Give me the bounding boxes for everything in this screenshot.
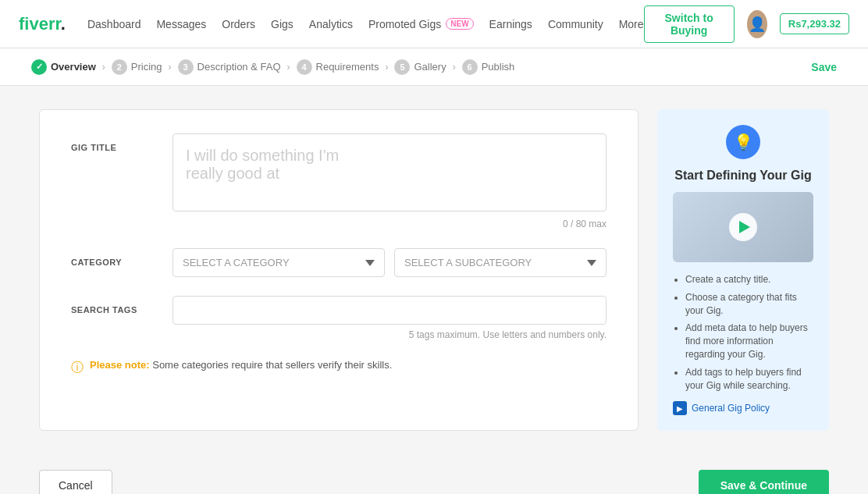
search-tags-row: SEARCH TAGS 5 tags maximum. Use letters … [71, 296, 607, 340]
notice-bold: Please note: [90, 359, 150, 371]
step-description[interactable]: 3 Description & FAQ [178, 59, 281, 75]
lightbulb-icon: 💡 [726, 125, 760, 159]
step-gallery[interactable]: 5 Gallery [394, 59, 446, 75]
notice-icon: ⓘ [71, 360, 84, 376]
video-thumbnail[interactable] [673, 192, 813, 262]
gig-policy-link[interactable]: ▶ General Gig Policy [673, 401, 813, 415]
form-actions: Cancel Save & Continue [0, 454, 868, 494]
nav-more[interactable]: More [619, 18, 644, 30]
gig-title-row: GIG TITLE 0 / 80 max [71, 133, 607, 229]
nav-orders[interactable]: Orders [222, 18, 255, 30]
step-num-requirements: 4 [297, 59, 312, 75]
site-header: fiverr. Dashboard Messages Orders Gigs A… [0, 0, 868, 48]
sidebar-card: 💡 Start Defining Your Gig Create a catch… [657, 109, 829, 431]
nav-promoted-gigs[interactable]: Promoted Gigs NEW [368, 18, 474, 30]
arrow-3: › [287, 62, 290, 73]
nav-community[interactable]: Community [548, 18, 603, 30]
step-publish[interactable]: 6 Publish [462, 59, 515, 75]
step-label-overview: Overview [51, 61, 96, 73]
bullet-1: Create a catchy title. [685, 273, 813, 286]
nav-messages[interactable]: Messages [156, 18, 206, 30]
sidebar-title: Start Defining Your Gig [673, 169, 813, 183]
step-label-description: Description & FAQ [197, 61, 281, 73]
category-field: SELECT A CATEGORY SELECT A SUBCATEGORY [173, 248, 607, 277]
category-selects: SELECT A CATEGORY SELECT A SUBCATEGORY [173, 248, 607, 277]
nav-gigs[interactable]: Gigs [271, 18, 293, 30]
notice-body: Some categories require that sellers ver… [152, 359, 392, 371]
header-right: Switch to Buying 👤 Rs7,293.32 [644, 5, 849, 43]
step-label-requirements: Requirements [316, 61, 379, 73]
step-requirements[interactable]: 4 Requirements [297, 59, 379, 75]
sidebar-bullets: Create a catchy title. Choose a category… [673, 273, 813, 392]
arrow-5: › [453, 62, 456, 73]
step-label-pricing: Pricing [131, 61, 162, 73]
tags-hint: 5 tags maximum. Use letters and numbers … [173, 329, 607, 340]
category-select[interactable]: SELECT A CATEGORY [173, 248, 385, 277]
bullet-3: Add meta data to help buyers find more i… [685, 322, 813, 361]
search-tags-input[interactable] [173, 296, 607, 325]
notice-row: ⓘ Please note: Some categories require t… [71, 359, 607, 376]
arrow-2: › [169, 62, 172, 73]
play-triangle-icon [739, 221, 750, 233]
nav-earnings[interactable]: Earnings [489, 18, 532, 30]
step-pricing[interactable]: 2 Pricing [112, 59, 162, 75]
gig-title-label: GIG TITLE [71, 133, 173, 152]
breadcrumb-save-button[interactable]: Save [811, 61, 837, 73]
subcategory-select[interactable]: SELECT A SUBCATEGORY [394, 248, 607, 277]
breadcrumb-steps: ✓ Overview › 2 Pricing › 3 Description &… [31, 59, 811, 75]
policy-link-text: General Gig Policy [692, 403, 770, 414]
avatar[interactable]: 👤 [747, 10, 767, 38]
main-nav: Dashboard Messages Orders Gigs Analytics… [87, 18, 644, 30]
notice-text: Please note: Some categories require tha… [90, 359, 392, 371]
save-continue-button[interactable]: Save & Continue [699, 470, 829, 494]
policy-icon: ▶ [673, 401, 687, 415]
step-label-publish: Publish [482, 61, 515, 73]
char-count: 0 / 80 max [173, 219, 607, 229]
step-overview[interactable]: ✓ Overview [31, 59, 96, 75]
bullet-2: Choose a category that fits your Gig. [685, 291, 813, 318]
form-card: GIG TITLE 0 / 80 max CATEGORY SELECT A C… [39, 109, 639, 431]
nav-analytics[interactable]: Analytics [309, 18, 353, 30]
step-num-description: 3 [178, 59, 194, 75]
play-button[interactable] [729, 213, 757, 241]
arrow-4: › [385, 62, 388, 73]
gig-title-field: 0 / 80 max [173, 133, 607, 229]
sidebar-icon-wrap: 💡 [673, 125, 813, 159]
category-row: CATEGORY SELECT A CATEGORY SELECT A SUBC… [71, 248, 607, 277]
search-tags-label: SEARCH TAGS [71, 296, 173, 315]
new-badge: NEW [446, 18, 473, 30]
breadcrumb-bar: ✓ Overview › 2 Pricing › 3 Description &… [0, 48, 868, 86]
step-num-overview: ✓ [31, 59, 47, 75]
switch-buying-button[interactable]: Switch to Buying [644, 5, 735, 43]
fiverr-logo[interactable]: fiverr. [19, 14, 66, 34]
search-tags-field: 5 tags maximum. Use letters and numbers … [173, 296, 607, 340]
step-num-publish: 6 [462, 59, 478, 75]
step-num-gallery: 5 [394, 59, 410, 75]
arrow-1: › [102, 62, 105, 73]
balance-badge: Rs7,293.32 [780, 13, 849, 34]
cancel-button[interactable]: Cancel [39, 470, 112, 494]
nav-dashboard[interactable]: Dashboard [87, 18, 141, 30]
gig-title-input[interactable] [173, 133, 607, 211]
step-num-pricing: 2 [112, 59, 127, 75]
category-label: CATEGORY [71, 248, 173, 267]
main-content: GIG TITLE 0 / 80 max CATEGORY SELECT A C… [0, 86, 868, 454]
step-label-gallery: Gallery [414, 61, 446, 73]
bullet-4: Add tags to help buyers find your Gig wh… [685, 366, 813, 393]
